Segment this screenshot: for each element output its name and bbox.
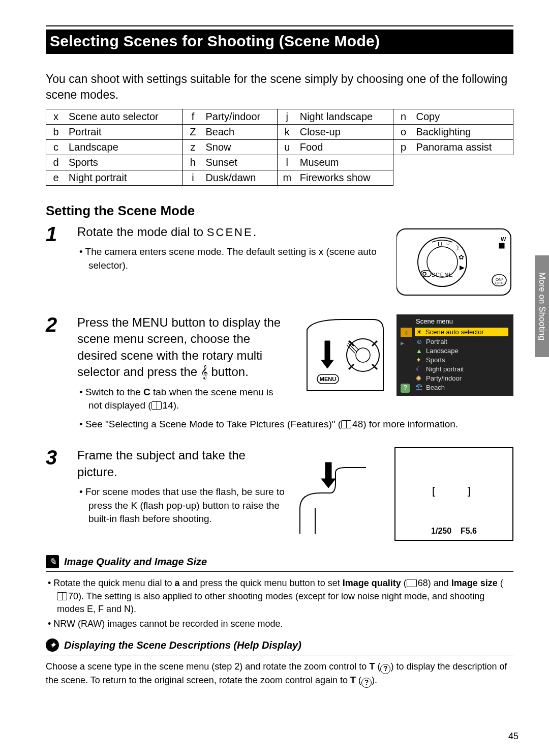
- scene-code: m: [277, 170, 297, 186]
- page-number: 45: [508, 731, 518, 742]
- scene-code: l: [277, 155, 297, 170]
- subheading: Setting the Scene Mode: [46, 203, 513, 219]
- camera-mode-dial-illustration: SCENE U ♡ ☽ ✿ ▶ ON/ OFF W: [396, 224, 513, 300]
- svg-text:☽: ☽: [453, 244, 460, 252]
- scene-name: Fireworks show: [297, 170, 393, 186]
- scene-code: h: [183, 155, 203, 170]
- intro-text: You can shoot with settings suitable for…: [46, 71, 513, 103]
- svg-text:W: W: [501, 236, 506, 242]
- step-2-bullet-1: Switch to the C tab when the scene menu …: [77, 386, 289, 413]
- note-1-bullet-1: Rotate the quick menu dial to a and pres…: [46, 577, 513, 616]
- scene-name: Dusk/dawn: [202, 170, 277, 186]
- svg-text:U: U: [438, 241, 442, 248]
- scene-name: Beach: [202, 125, 277, 140]
- bulb-icon: ✦: [46, 638, 59, 652]
- scene-code: n: [393, 109, 413, 125]
- svg-rect-15: [499, 243, 504, 248]
- scene-name: Night landscape: [297, 109, 393, 125]
- scene-name: Panorama assist: [413, 140, 513, 155]
- book-icon: [151, 401, 162, 410]
- scene-code: i: [183, 170, 203, 186]
- step-2-number: 2: [46, 314, 65, 433]
- scene-code: j: [277, 109, 297, 125]
- help-icon: ?: [380, 664, 390, 674]
- step-2: 2 Press the MENU button to display the s…: [46, 314, 513, 433]
- scene-name: Copy: [413, 109, 513, 125]
- camera-menu-press-illustration: MENU: [297, 314, 388, 396]
- svg-line-24: [350, 341, 359, 350]
- book-icon: [57, 592, 67, 600]
- scene-name: Scene auto selector: [66, 109, 183, 125]
- scene-code: d: [46, 155, 66, 170]
- step-3-heading: Frame the subject and take the picture.: [77, 447, 287, 480]
- scene-name: Backlighting: [413, 125, 513, 140]
- svg-point-17: [356, 348, 370, 362]
- step-1-number: 1: [46, 224, 65, 300]
- shutter-press-illustration: [295, 447, 386, 539]
- page-title: Selecting Scenes for Shooting (Scene Mod…: [46, 30, 513, 54]
- note-image-quality: ✎ Image Quality and Image Size Rotate th…: [46, 555, 513, 630]
- scene-name: Landscape: [66, 140, 183, 155]
- section-tab: More on Shooting: [535, 255, 549, 357]
- step-2-heading: Press the MENU button to display the sce…: [77, 314, 289, 381]
- svg-text:▶: ▶: [460, 264, 465, 271]
- scene-code: f: [183, 109, 203, 125]
- scene-code: o: [393, 125, 413, 140]
- svg-text:OFF: OFF: [495, 281, 503, 285]
- step-2-bullet-2: See "Selecting a Scene Mode to Take Pict…: [77, 418, 513, 431]
- note-help-display: ✦ Displaying the Scene Descriptions (Hel…: [46, 638, 513, 688]
- note-2-body: Choose a scene type in the scene menu (s…: [46, 660, 513, 688]
- svg-text:✿: ✿: [459, 253, 464, 261]
- scene-code: e: [46, 170, 66, 186]
- scene-name: Night portrait: [66, 170, 183, 186]
- svg-text:SCENE: SCENE: [432, 272, 453, 278]
- step-1-bullet-1: The camera enters scene mode. The defaul…: [77, 245, 386, 272]
- scene-code: u: [277, 140, 297, 155]
- shooting-preview-screen: [ ] 1/250 F5.6: [394, 447, 513, 541]
- scene-name: Sports: [66, 155, 183, 170]
- scene-name: Food: [297, 140, 393, 155]
- scene-mode-table: xScene auto selectorfParty/indoorjNight …: [46, 109, 513, 186]
- scene-code: z: [183, 140, 203, 155]
- scene-code: Z: [183, 125, 203, 140]
- scene-code: k: [277, 125, 297, 140]
- pencil-icon: ✎: [46, 555, 59, 568]
- scene-code: p: [393, 140, 413, 155]
- scene-name: Close-up: [297, 125, 393, 140]
- step-3: 3 Frame the subject and take the picture…: [46, 447, 513, 541]
- book-icon: [407, 579, 417, 587]
- note-1-title: Image Quality and Image Size: [64, 556, 207, 568]
- scene-code: b: [46, 125, 66, 140]
- scene-name: Sunset: [202, 155, 277, 170]
- step-3-bullet-1: For scene modes that use the flash, be s…: [77, 485, 287, 526]
- scene-name: Portrait: [66, 125, 183, 140]
- step-1-heading: Rotate the mode dial to SCENE.: [77, 224, 386, 240]
- note-1-bullet-2: NRW (RAW) images cannot be recorded in s…: [46, 618, 513, 630]
- scene-code: c: [46, 140, 66, 155]
- svg-text:MENU: MENU: [320, 376, 336, 382]
- note-2-title: Displaying the Scene Descriptions (Help …: [64, 639, 301, 651]
- svg-text:♡: ♡: [445, 240, 451, 247]
- scene-name: Party/indoor: [202, 109, 277, 125]
- book-icon: [341, 420, 351, 428]
- scene-code: x: [46, 109, 66, 125]
- help-icon: ?: [361, 678, 372, 688]
- step-3-number: 3: [46, 447, 65, 541]
- scene-menu-lcd: Scene menu ☀Scene auto selector ☼ ▸ ? ☺P…: [396, 314, 513, 396]
- scene-name: Snow: [202, 140, 277, 155]
- step-1: 1 Rotate the mode dial to SCENE. The cam…: [46, 224, 513, 300]
- lcd-menu-title: Scene menu: [416, 317, 453, 325]
- scene-name: Museum: [297, 155, 393, 170]
